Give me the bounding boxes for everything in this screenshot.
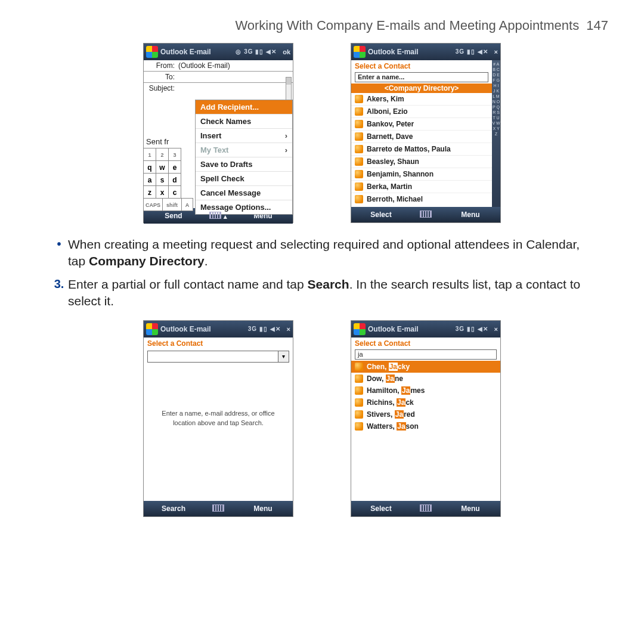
softkey-menu[interactable]: Menu <box>441 211 500 218</box>
contact-row[interactable]: Berka, Martin <box>351 180 492 193</box>
contact-row[interactable]: Bankov, Peter <box>351 117 492 130</box>
context-menu: Add Recipient... Check Names Insert My T… <box>195 100 293 215</box>
ok-button[interactable]: ok <box>283 49 290 55</box>
result-row[interactable]: Chen, Jacky <box>351 361 500 373</box>
start-icon[interactable] <box>146 46 158 58</box>
app-title: Outlook E-mail <box>160 48 211 55</box>
menu-insert[interactable]: Insert <box>196 128 292 143</box>
contact-icon <box>355 398 363 407</box>
contact-icon <box>355 422 363 431</box>
contact-list: Akers, KimAlboni, EzioBankov, PeterBarne… <box>351 93 492 205</box>
contact-icon <box>355 195 363 203</box>
contact-row[interactable]: Benjamin, Shannon <box>351 168 492 180</box>
softkey-send[interactable]: Send <box>144 212 203 219</box>
contact-row[interactable]: Barreto de Mattos, Paula <box>351 143 492 155</box>
search-input[interactable]: ja <box>355 349 497 360</box>
contact-icon <box>355 120 363 128</box>
menu-spell-check[interactable]: Spell Check <box>196 171 292 185</box>
close-button[interactable]: × <box>287 326 290 333</box>
company-directory-header[interactable]: <Company Directory> <box>351 83 492 93</box>
step-number: 3. <box>50 276 68 310</box>
app-title: Outlook E-mail <box>160 326 211 333</box>
softkey-select[interactable]: Select <box>351 505 411 512</box>
sip-toggle[interactable] <box>411 504 441 513</box>
contact-icon <box>355 363 363 371</box>
page-number: 147 <box>586 18 608 33</box>
screenshot-search-results: Outlook E-mail 3G ▮▯ ◀✕ × Select a Conta… <box>351 320 501 517</box>
search-hint: Enter a name, e-mail address, or office … <box>144 409 293 428</box>
close-button[interactable]: × <box>494 49 498 55</box>
contact-icon <box>355 386 363 395</box>
contact-icon <box>355 410 363 419</box>
sip-toggle[interactable] <box>411 210 441 219</box>
contact-icon <box>355 170 363 178</box>
contact-icon <box>355 107 363 116</box>
contact-icon <box>355 374 363 383</box>
status-icons: 3G ▮▯ ◀✕ <box>456 49 488 55</box>
status-icons: 3G ▮▯ ◀✕ <box>456 326 488 332</box>
menu-save-drafts[interactable]: Save to Drafts <box>196 157 292 171</box>
select-contact-header: Select a Contact <box>144 338 293 349</box>
app-title: Outlook E-mail <box>368 326 419 333</box>
select-contact-header: Select a Contact <box>351 338 500 349</box>
close-button[interactable]: × <box>494 326 498 333</box>
result-row[interactable]: Richins, Jack <box>351 397 500 408</box>
contact-row[interactable]: Barnett, Dave <box>351 130 492 143</box>
titlebar: Outlook E-mail ◎ 3G ▮▯ ◀✕ ok <box>144 44 293 60</box>
from-field[interactable]: From: (Outlook E-mail) <box>144 60 293 72</box>
result-row[interactable]: Watters, Jason <box>351 420 500 432</box>
page-title: Working With Company E-mails and Meeting… <box>235 18 579 33</box>
softkey-menu[interactable]: Menu <box>233 505 293 512</box>
name-input[interactable]: Enter a name... <box>355 72 488 82</box>
screenshot-contacts: Outlook E-mail 3G ▮▯ ◀✕ × Select a Conta… <box>351 43 501 223</box>
contact-icon <box>355 157 363 166</box>
screenshot-search-empty: Outlook E-mail 3G ▮▯ ◀✕ × Select a Conta… <box>143 320 293 517</box>
results-list: Chen, JackyDow, JaneHamilton, JamesRichi… <box>351 361 500 432</box>
page-header: Working With Company E-mails and Meeting… <box>36 18 608 33</box>
titlebar: Outlook E-mail 3G ▮▯ ◀✕ × <box>351 321 500 338</box>
menu-add-recipient[interactable]: Add Recipient... <box>196 100 292 114</box>
start-icon[interactable] <box>354 323 366 335</box>
menu-my-text[interactable]: My Text <box>196 143 292 157</box>
softkey-select[interactable]: Select <box>351 211 411 218</box>
status-icons: ◎ 3G ▮▯ ◀✕ <box>236 49 277 55</box>
bullet-item: • When creating a meeting request and se… <box>50 236 594 270</box>
step-3: 3. Enter a partial or full contact name … <box>50 276 594 310</box>
menu-cancel-message[interactable]: Cancel Message <box>196 185 292 200</box>
result-row[interactable]: Hamilton, James <box>351 385 500 397</box>
contact-row[interactable]: Akers, Kim <box>351 93 492 105</box>
select-contact-header: Select a Contact <box>351 60 492 72</box>
alpha-index[interactable]: # A B C D E F G H I J K L M N O P Q R S … <box>492 60 500 207</box>
contact-icon <box>355 145 363 153</box>
keyboard[interactable]: 123 qwe asd zxc CAPSshiftA <box>144 148 193 211</box>
bullet-icon: • <box>50 236 68 270</box>
sip-toggle[interactable] <box>203 504 233 513</box>
screenshot-compose: Outlook E-mail ◎ 3G ▮▯ ◀✕ ok From: (Outl… <box>143 43 293 223</box>
menu-check-names[interactable]: Check Names <box>196 114 292 128</box>
titlebar: Outlook E-mail 3G ▮▯ ◀✕ × <box>144 321 293 338</box>
titlebar: Outlook E-mail 3G ▮▯ ◀✕ × <box>351 44 500 60</box>
subject-field[interactable]: Subject: <box>144 83 293 94</box>
to-field[interactable]: To: <box>144 72 293 83</box>
app-title: Outlook E-mail <box>368 48 419 55</box>
contact-row[interactable]: Berroth, Michael <box>351 193 492 205</box>
contact-icon <box>355 132 363 141</box>
status-icons: 3G ▮▯ ◀✕ <box>248 326 281 332</box>
start-icon[interactable] <box>146 323 158 335</box>
contact-icon <box>355 182 363 191</box>
start-icon[interactable] <box>354 46 366 58</box>
contact-row[interactable]: Alboni, Ezio <box>351 105 492 117</box>
result-row[interactable]: Dow, Jane <box>351 373 500 385</box>
body-text-fragment: Sent fr <box>146 138 169 145</box>
contact-row[interactable]: Beasley, Shaun <box>351 155 492 168</box>
sip-toggle[interactable]: ▴ <box>203 212 233 220</box>
search-dropdown[interactable]: ▾ <box>147 351 289 363</box>
chevron-down-icon[interactable]: ▾ <box>278 351 289 362</box>
result-row[interactable]: Stivers, Jared <box>351 408 500 420</box>
softkey-menu[interactable]: Menu <box>441 505 500 512</box>
softkey-search[interactable]: Search <box>144 505 203 512</box>
contact-icon <box>355 95 363 103</box>
